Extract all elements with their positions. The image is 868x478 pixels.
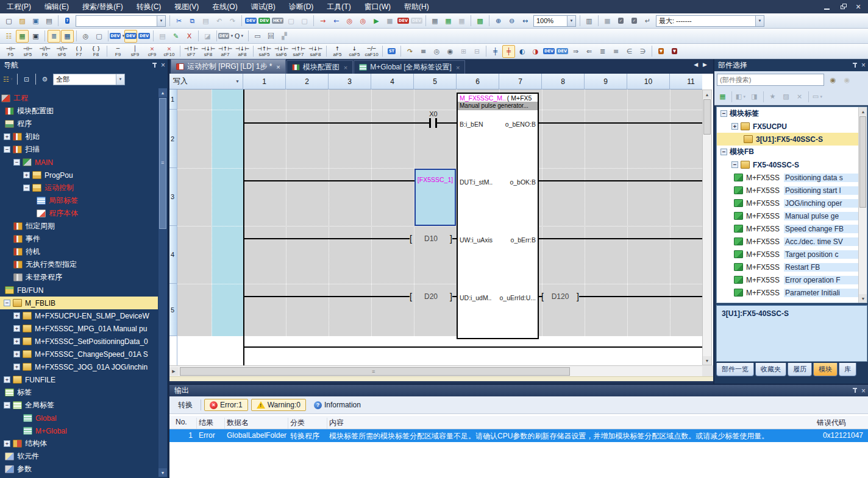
ladder-symbol-cF9-button[interactable]: ×cF9 <box>144 44 160 58</box>
operand-d20[interactable]: [ D20 ] <box>410 291 452 302</box>
write-to-plc-icon[interactable]: → <box>316 15 329 27</box>
parts-search-input[interactable] <box>717 74 824 86</box>
expand-icon[interactable]: + <box>13 325 20 332</box>
parts-tree-item[interactable]: −模块标签 <box>717 107 867 120</box>
pin-icon[interactable] <box>852 388 858 393</box>
parts-fb-item[interactable]: M+FX5SSPositioning start l <box>717 184 867 197</box>
copy-icon[interactable]: ⧉ <box>186 15 199 27</box>
scroll-thumb[interactable] <box>703 99 711 135</box>
note-list-icon[interactable]: ≡ <box>417 45 430 58</box>
ladder-symbol-F6-button[interactable]: ⊣/⊢F6 <box>37 44 53 58</box>
menu-item[interactable]: 搜索/替换(F) <box>76 0 130 13</box>
collapse-icon[interactable]: − <box>731 161 738 168</box>
indent-left-icon[interactable]: ⇐ <box>583 45 596 58</box>
write-style-icon[interactable]: ▼ <box>655 45 667 58</box>
ladder-symbol-sF7-button[interactable]: ⊣↑⊢sF7 <box>183 44 199 58</box>
ladder-view-icon[interactable]: ≣ <box>48 30 60 43</box>
device-view2-icon[interactable]: DEV <box>138 30 151 43</box>
window-next-icon[interactable]: 回 <box>265 30 277 43</box>
vline-insert-icon[interactable]: ╪ <box>489 45 502 58</box>
check-io-icon[interactable]: X <box>183 30 196 43</box>
nav-tree-item[interactable]: +M+FX5SSC_ChangeSpeed_01A S <box>0 348 158 360</box>
new-project-icon[interactable]: ▢ <box>2 15 15 27</box>
collapse-icon[interactable]: − <box>720 149 727 155</box>
function-block[interactable]: M_FX5SSC_M..( M+FX5 Manual pulse generat… <box>457 93 539 339</box>
scroll-down-icon[interactable]: ▼ <box>859 294 867 303</box>
nav-tree-item[interactable]: +M+FX5SSC_SetPositioningData_0 <box>0 335 158 348</box>
nav-tree-item[interactable]: FB/FUN <box>0 284 158 297</box>
save-project-icon[interactable]: ▣ <box>29 15 42 27</box>
nav-tree-item[interactable]: −M_FBLIB <box>0 297 158 309</box>
delete-icon[interactable]: × <box>793 90 806 103</box>
find-window-icon[interactable]: ▢ <box>93 30 105 43</box>
check-parameter-icon[interactable]: ✓ <box>628 15 641 27</box>
docking-window-icon[interactable]: ▥ <box>583 15 596 27</box>
expand-icon[interactable]: + <box>23 172 30 178</box>
ladder-symbol-sF5-button[interactable]: ⊣⊢sF5 <box>20 44 36 58</box>
nav-window-icon[interactable]: ☷ <box>2 30 15 43</box>
expand-icon[interactable]: + <box>13 351 20 357</box>
editor-vertical-scrollbar[interactable]: ▲ ▼ <box>702 90 712 365</box>
wrap-icon[interactable]: ∈ <box>623 45 636 58</box>
nav-tree-item[interactable]: Global <box>0 412 158 424</box>
collapse-icon[interactable]: − <box>720 110 727 117</box>
menu-item[interactable]: 调试(B) <box>244 0 282 13</box>
parts-fb-item[interactable]: M+FX5SSParameter Initiali <box>717 286 867 299</box>
nav-tree-item[interactable]: 未登录程序 <box>0 271 158 284</box>
parts-tab-部件一览[interactable]: 部件一览 <box>716 363 754 376</box>
open-project-icon[interactable]: ▨ <box>16 15 29 27</box>
expand-icon[interactable]: + <box>4 133 10 140</box>
close-panel-icon[interactable]: × <box>161 62 165 69</box>
write-style2-icon[interactable]: ▼ <box>668 45 681 58</box>
zoom-level-combo[interactable]: 100%▼ <box>533 15 576 27</box>
jump-back-icon[interactable]: ↵ <box>641 15 654 27</box>
eraser-icon[interactable]: ◪ <box>201 30 214 43</box>
max-combo[interactable]: 最大: -------▼ <box>656 15 764 27</box>
nav-tree-item[interactable]: −扫描 <box>0 143 158 156</box>
stop-icon[interactable]: ■ <box>383 15 396 27</box>
nav-tree-item[interactable]: 程序本体 <box>0 207 158 220</box>
window-tile-icon[interactable]: ▦ <box>442 15 455 27</box>
nav-tree-item[interactable]: 程序 <box>0 118 158 130</box>
align-list2-icon[interactable]: ≡ <box>610 45 622 58</box>
collapse-icon[interactable]: − <box>13 159 20 166</box>
unit-icon[interactable]: ▣ <box>29 30 42 43</box>
scroll-thumb[interactable] <box>180 367 570 376</box>
menu-item[interactable]: 在线(O) <box>205 0 244 13</box>
device-gray-icon[interactable]: DEV <box>410 15 423 27</box>
run-icon[interactable]: ▶ <box>370 15 383 27</box>
row-insert-icon[interactable]: ⊞ <box>457 45 470 58</box>
nav-tree-item[interactable]: 参数 <box>0 463 158 476</box>
nav-tree-item[interactable]: 软元件 <box>0 450 158 463</box>
fb-instance-selected-cell[interactable]: [FX5SSC_1] <box>414 169 456 226</box>
close-tab-icon[interactable]: × <box>344 64 347 71</box>
align-list-icon[interactable]: ≣ <box>596 45 609 58</box>
parts-fb-item[interactable]: M+FX5SSPositioning data s <box>717 171 867 184</box>
tree-filter-icon[interactable]: ☷▼ <box>2 73 15 86</box>
ladder-symbol-F8-button[interactable]: { }F8 <box>88 44 104 58</box>
check-program-icon[interactable]: ✓ <box>614 15 627 27</box>
zoom-out-icon[interactable]: ⊖ <box>505 15 518 27</box>
parts-fb-item[interactable]: M+FX5SSError operation F <box>717 273 867 286</box>
parts-fb-item[interactable]: M+FX5SSJOG/inching oper <box>717 197 867 209</box>
ladder-symbol-sF8-button[interactable]: ⊣↓⊢sF8 <box>200 44 216 58</box>
error-row[interactable]: 1 Error GlobalLabelFolder 转换程序 模块标签所需的模块… <box>169 429 868 442</box>
scroll-tabs-left-icon[interactable]: ◀ <box>694 62 698 68</box>
ladder-symbol-caF10-button[interactable]: ─/─caF10 <box>363 44 380 58</box>
warning-filter-button[interactable]: Warning:0 <box>251 399 306 411</box>
scroll-up-icon[interactable]: ▲ <box>158 88 167 97</box>
device-off-icon[interactable]: ▢ <box>285 15 297 27</box>
parts-fb-item[interactable]: M+FX5SSRestart FB <box>717 261 867 273</box>
parts-fb-item[interactable]: M+FX5SSManual pulse ge <box>717 209 867 222</box>
navigation-scrollbar[interactable]: ▲ ▼ <box>158 88 167 477</box>
ladder-symbol-F7-button[interactable]: ( )F7 <box>71 44 87 58</box>
ladder-symbol-caF5-button[interactable]: ↓caF5 <box>346 44 363 58</box>
edit-statement-icon[interactable]: ↷ <box>404 45 416 58</box>
nav-tree-item[interactable]: 事件 <box>0 233 158 245</box>
scroll-up-icon[interactable]: ▲ <box>703 90 711 99</box>
parts-new-icon[interactable]: ▦ <box>716 90 729 103</box>
operand-d120[interactable]: [ D120 ] <box>541 291 579 302</box>
scroll-thumb[interactable] <box>159 98 166 229</box>
collapse-icon[interactable]: − <box>4 146 10 153</box>
menu-item[interactable]: 工具(T) <box>320 0 357 13</box>
